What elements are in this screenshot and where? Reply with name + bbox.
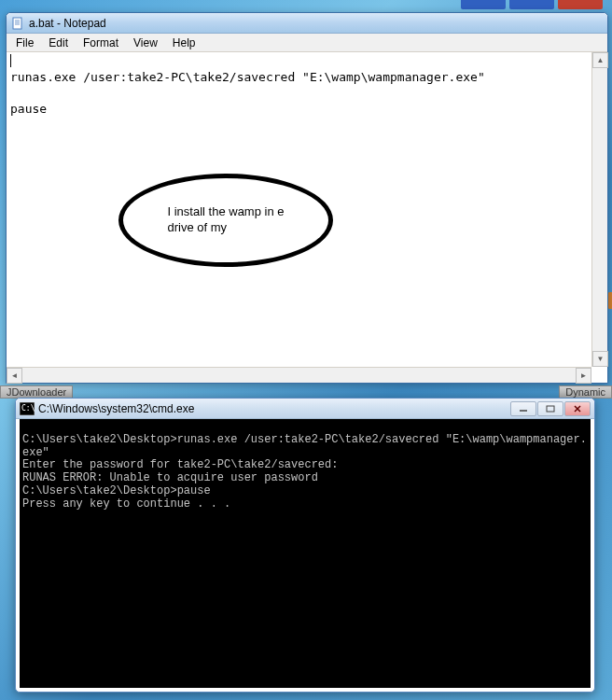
- vertical-scrollbar[interactable]: ▲ ▼: [591, 52, 607, 367]
- cmd-window: C:\ C:\Windows\system32\cmd.exe C:\Users…: [15, 398, 595, 693]
- horizontal-scrollbar[interactable]: ◄ ►: [7, 367, 591, 383]
- svg-text:C:\: C:\: [21, 404, 35, 413]
- annotation-ellipse: I install the wamp in e drive of my: [118, 174, 333, 267]
- cmd-titlebar[interactable]: C:\ C:\Windows\system32\cmd.exe: [16, 399, 594, 419]
- scroll-up-icon[interactable]: ▲: [592, 52, 608, 68]
- close-button[interactable]: [564, 401, 591, 416]
- menu-format[interactable]: Format: [76, 35, 126, 51]
- fragment-red: [558, 0, 603, 9]
- notepad-title: a.bat - Notepad: [29, 17, 604, 30]
- cmd-icon: C:\: [20, 402, 35, 415]
- close-icon: [573, 405, 582, 413]
- taskbar-fragment: JDownloader Dynamic: [0, 385, 612, 399]
- maximize-button[interactable]: [537, 401, 563, 416]
- scroll-left-icon[interactable]: ◄: [7, 368, 22, 384]
- background-window-fragments: [461, 0, 603, 9]
- menu-edit[interactable]: Edit: [41, 35, 76, 51]
- scroll-down-icon[interactable]: ▼: [592, 351, 608, 367]
- notepad-menubar: File Edit Format View Help: [7, 34, 607, 52]
- fragment-blue: [461, 0, 506, 9]
- fragment-blue: [509, 0, 554, 9]
- notepad-editor[interactable]: runas.exe /user:take2-PC\take2/savecred …: [7, 52, 607, 383]
- menu-view[interactable]: View: [126, 35, 165, 51]
- notepad-window: a.bat - Notepad File Edit Format View He…: [6, 12, 608, 384]
- menu-file[interactable]: File: [8, 35, 41, 51]
- svg-rect-0: [13, 18, 21, 29]
- cmd-title: C:\Windows\system32\cmd.exe: [38, 402, 510, 415]
- notepad-icon: [10, 16, 25, 31]
- editor-content: runas.exe /user:take2-PC\take2/savecred …: [10, 54, 485, 118]
- notepad-titlebar[interactable]: a.bat - Notepad: [7, 13, 607, 34]
- svg-rect-7: [547, 406, 554, 412]
- minimize-button[interactable]: [510, 401, 536, 416]
- cmd-output[interactable]: C:\Users\take2\Desktop>runas.exe /user:t…: [20, 419, 591, 688]
- scroll-right-icon[interactable]: ►: [576, 368, 591, 384]
- taskbar-item-jdownloader[interactable]: JDownloader: [0, 385, 73, 399]
- taskbar-item-dynamic[interactable]: Dynamic: [559, 385, 612, 399]
- maximize-icon: [546, 405, 555, 413]
- cmd-window-controls: [510, 401, 591, 416]
- annotation-text: I install the wamp in e drive of my: [139, 204, 312, 236]
- text-cursor: [10, 54, 11, 67]
- minimize-icon: [519, 405, 528, 413]
- menu-help[interactable]: Help: [165, 35, 203, 51]
